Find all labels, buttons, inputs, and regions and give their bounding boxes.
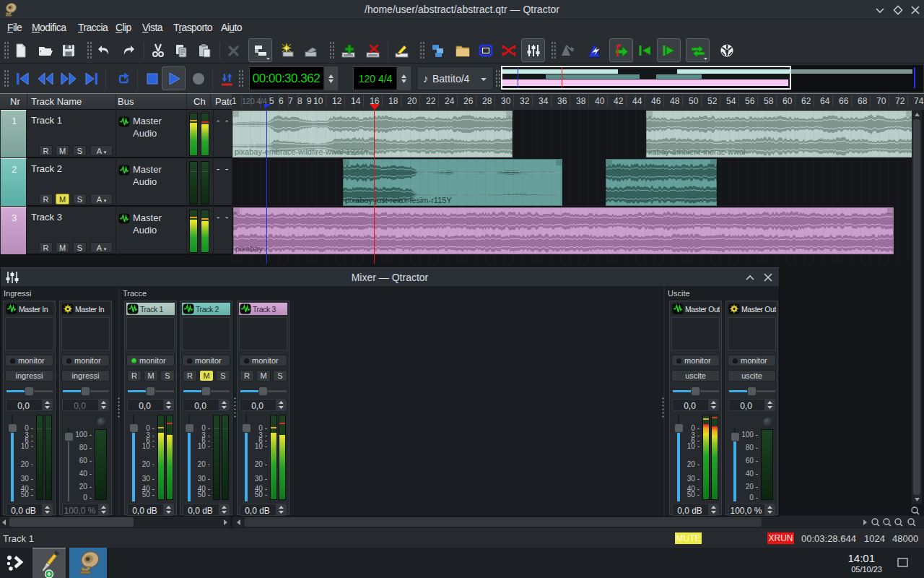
svg-text:pixabay: pixabay (235, 244, 263, 253)
svg-text:xabay-ambient-morac-wwal: xabay-ambient-morac-wwal (648, 147, 746, 156)
svg-text:pixabay-embrace-wildfire-wwal-: pixabay-embrace-wildfire-wwal-1227/t (235, 147, 368, 156)
svg-text:pixabay-just-relax-lesim-r115Y: pixabay-just-relax-lesim-r115Y (345, 196, 452, 204)
